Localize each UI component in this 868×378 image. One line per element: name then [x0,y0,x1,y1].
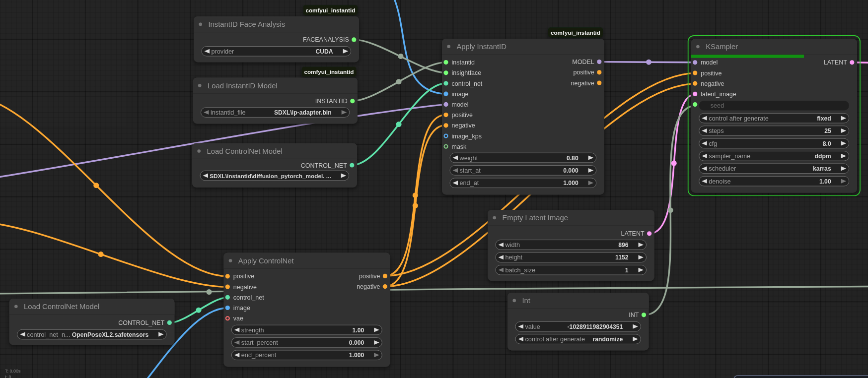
svg-text:OpenPoseXL2.safetensors: OpenPoseXL2.safetensors [72,331,149,338]
svg-text:Load ControlNet Model: Load ControlNet Model [24,303,99,311]
svg-text:end_percent: end_percent [241,352,277,359]
svg-text:steps: steps [709,127,723,134]
svg-text:MODEL: MODEL [572,59,594,65]
svg-text:1: 1 [625,267,629,274]
svg-text:model: model [452,101,469,108]
svg-text:-1028911982904351: -1028911982904351 [568,323,623,330]
svg-text:negative: negative [452,122,475,129]
svg-text:CUDA: CUDA [315,48,333,55]
svg-text:Int: Int [522,297,530,305]
svg-text:control_net: control_net [233,294,264,301]
svg-text:SDXL\ip-adapter.bin: SDXL\ip-adapter.bin [274,109,332,116]
svg-text:start_at: start_at [460,167,481,174]
svg-text:image_kps: image_kps [452,133,482,140]
svg-text:1.00: 1.00 [353,327,364,334]
svg-text:seed: seed [711,102,724,109]
svg-text:control_net_n...: control_net_n... [27,331,70,338]
svg-text:I: 0: I: 0 [5,375,11,378]
svg-text:negative: negative [357,283,380,290]
svg-text:instantid: instantid [452,59,475,66]
svg-text:fixed: fixed [817,115,831,122]
svg-text:control after generate: control after generate [709,115,769,122]
svg-text:Empty Latent Image: Empty Latent Image [503,214,568,222]
svg-text:instantid_file: instantid_file [211,109,246,116]
svg-text:KSampler: KSampler [706,43,738,51]
svg-text:image: image [452,91,469,98]
svg-text:comfyui_instantid: comfyui_instantid [305,7,355,13]
svg-text:karras: karras [813,165,831,172]
svg-text:comfyui_instantid: comfyui_instantid [551,29,600,36]
svg-text:SDXL\instantid\diffusion_pytor: SDXL\instantid\diffusion_pytorch_model. … [210,173,331,180]
svg-text:positive: positive [359,273,380,280]
svg-text:value: value [525,323,540,330]
svg-text:8.0: 8.0 [823,140,831,147]
svg-text:positive: positive [573,69,594,76]
svg-text:25: 25 [824,127,831,134]
svg-text:InstantID Face Analysis: InstantID Face Analysis [209,20,286,28]
svg-text:0.000: 0.000 [563,167,579,174]
svg-text:end_at: end_at [460,180,479,187]
svg-text:T: 0.00s: T: 0.00s [5,369,21,374]
svg-text:CONTROL_NET: CONTROL_NET [301,162,347,169]
svg-text:positive: positive [452,112,473,119]
svg-text:Load ControlNet Model: Load ControlNet Model [207,147,283,155]
svg-text:Load InstantID Model: Load InstantID Model [208,82,278,90]
svg-text:height: height [506,254,523,261]
svg-text:provider: provider [212,48,235,55]
svg-text:negative: negative [701,80,724,87]
svg-text:control_net: control_net [452,80,483,87]
svg-text:LATENT: LATENT [621,230,645,237]
svg-text:sampler_name: sampler_name [709,153,750,160]
svg-text:0.80: 0.80 [567,155,579,162]
svg-text:negative: negative [571,80,594,87]
svg-text:0.000: 0.000 [349,339,364,346]
svg-text:FACEANALYSIS: FACEANALYSIS [303,36,349,43]
svg-text:mask: mask [452,143,467,150]
svg-text:scheduler: scheduler [709,165,736,172]
svg-text:model: model [701,59,718,66]
svg-text:negative: negative [233,284,257,291]
svg-text:denoise: denoise [709,178,730,185]
svg-text:latent_image: latent_image [701,91,736,98]
svg-text:batch_size: batch_size [506,267,536,274]
svg-text:INSTANTID: INSTANTID [315,98,348,105]
svg-text:weight: weight [459,155,478,162]
svg-text:INT: INT [629,312,639,318]
svg-text:comfyui_instantid: comfyui_instantid [304,68,354,75]
svg-text:ddpm: ddpm [815,153,831,160]
svg-text:vae: vae [233,315,243,322]
svg-text:positive: positive [233,273,254,280]
svg-text:strength: strength [241,327,264,334]
svg-text:1152: 1152 [615,254,629,261]
svg-text:896: 896 [618,242,629,249]
svg-text:1.000: 1.000 [563,180,579,187]
svg-text:1.00: 1.00 [819,178,831,185]
svg-text:start_percent: start_percent [241,339,279,346]
svg-text:image: image [233,305,250,312]
svg-text:Apply InstantID: Apply InstantID [457,43,506,51]
svg-text:insightface: insightface [452,69,482,76]
svg-text:control after generate: control after generate [525,336,585,343]
svg-text:positive: positive [701,70,722,77]
svg-text:randomize: randomize [592,336,623,343]
svg-text:width: width [505,242,520,249]
svg-text:Apply ControlNet: Apply ControlNet [238,257,294,265]
svg-text:1.000: 1.000 [349,352,364,359]
svg-text:cfg: cfg [709,140,717,147]
svg-text:LATENT: LATENT [824,59,847,66]
svg-text:CONTROL_NET: CONTROL_NET [118,319,164,326]
